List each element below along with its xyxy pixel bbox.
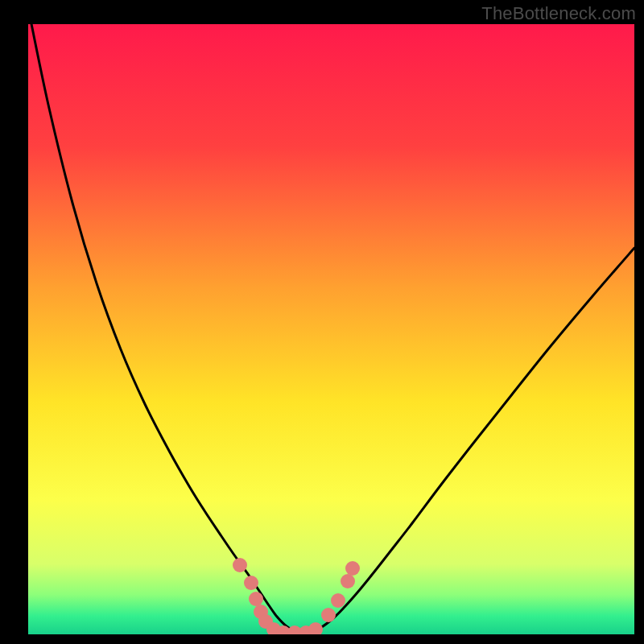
watermark: TheBottleneck.com bbox=[481, 3, 636, 24]
curve-marker bbox=[331, 593, 345, 608]
plot-area bbox=[28, 24, 634, 634]
curve-marker bbox=[321, 608, 336, 622]
chart-frame: { "watermark": "TheBottleneck.com", "cha… bbox=[0, 0, 644, 644]
chart-svg bbox=[0, 0, 644, 644]
curve-marker bbox=[308, 622, 323, 637]
curve-marker bbox=[249, 592, 263, 606]
curve-marker bbox=[341, 574, 355, 588]
curve-marker bbox=[345, 561, 360, 576]
curve-marker bbox=[233, 558, 247, 572]
curve-marker bbox=[244, 576, 258, 590]
